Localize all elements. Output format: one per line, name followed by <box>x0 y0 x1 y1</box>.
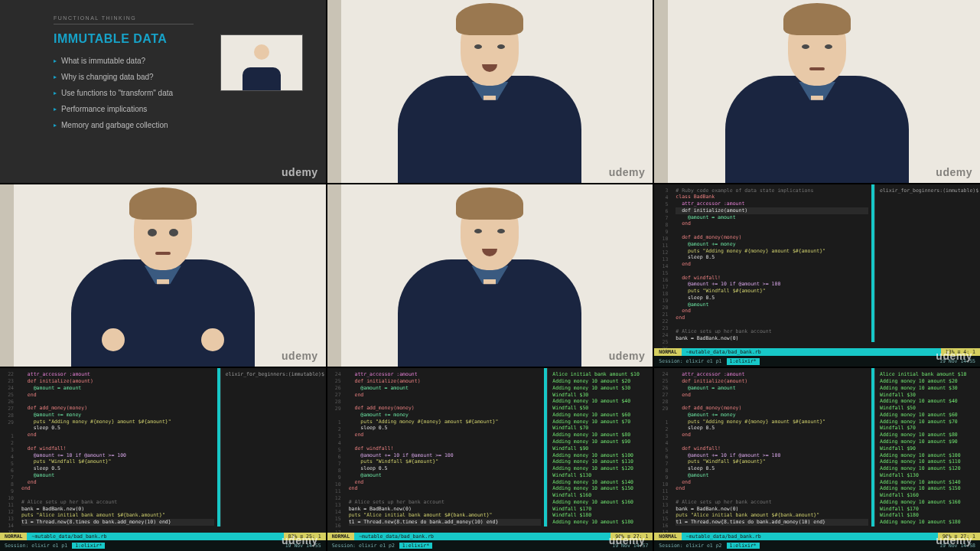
editor-split: 3456789101112131415161718192021222324252… <box>654 184 980 343</box>
terminal-pane: elixir_for_beginners:(immutable)$ <box>220 368 326 527</box>
gutter: 3456789101112131415161718192021222324252… <box>654 184 671 343</box>
gutter: 2425262728291234567891011121314151617 <box>327 368 344 527</box>
editor-split: 2223242526272829123456789101112131415 at… <box>0 368 326 527</box>
pip-head <box>254 44 269 60</box>
eye-right <box>497 229 505 233</box>
editor-split: 2425262728291234567891011121314151617 at… <box>654 368 980 527</box>
pip-body <box>243 67 281 90</box>
tmux-window: 1:elixir* <box>72 543 105 549</box>
watermark: udemy <box>936 534 972 546</box>
head <box>788 14 846 86</box>
mouth <box>809 67 825 70</box>
cell-slide: FUNCTIONAL THINKING IMMUTABLE DATA What … <box>0 0 326 183</box>
cell-webcam-1: udemy <box>327 0 653 183</box>
door <box>0 184 14 367</box>
tmux-bar: Session: elixir e1 p2 1:elixir* 19 Nov 1… <box>327 540 653 551</box>
mouth <box>482 249 497 256</box>
code-editor: 2425262728291234567891011121314151617 at… <box>654 368 980 551</box>
presenter <box>654 0 980 183</box>
cell-code-1: 3456789101112131415161718192021222324252… <box>654 184 980 367</box>
head <box>461 198 519 270</box>
tmux-window: 1:elixir* <box>727 543 760 549</box>
presenter <box>327 184 653 367</box>
presenter <box>0 184 326 367</box>
file-path: ~mutable_data/bad_bank.rb <box>27 533 111 540</box>
thumbnail-grid: FUNCTIONAL THINKING IMMUTABLE DATA What … <box>0 0 980 551</box>
door <box>654 0 668 183</box>
hair <box>129 187 197 220</box>
terminal-pane: elixir_for_beginners:(immutable)$ <box>874 184 980 343</box>
tmux-bar: Session: elixir e1 p1 1:elixir* 19 Nov 1… <box>0 540 326 551</box>
eye-left <box>802 44 809 49</box>
hand-right <box>201 328 224 351</box>
hair <box>783 3 851 35</box>
watermark: udemy <box>936 166 972 178</box>
vim-mode: NORMAL <box>654 533 681 540</box>
gutter: 2223242526272829123456789101112131415 <box>0 368 17 527</box>
eye-left <box>148 229 157 236</box>
code-editor: 2223242526272829123456789101112131415 at… <box>0 368 326 551</box>
gutter: 2425262728291234567891011121314151617 <box>654 368 671 527</box>
cell-code-2: 2223242526272829123456789101112131415 at… <box>0 368 326 551</box>
presenter <box>327 0 653 183</box>
eye-right <box>497 44 505 49</box>
vim-mode: NORMAL <box>654 348 681 356</box>
cell-webcam-4: udemy <box>327 184 653 367</box>
slide: FUNCTIONAL THINKING IMMUTABLE DATA What … <box>0 0 326 183</box>
tmux-session: Session: elixir e1 p1 <box>5 543 67 549</box>
statusline: NORMAL ~mutable_data/bad_bank.rb 90% ≡ 2… <box>327 533 653 540</box>
vim-mode: NORMAL <box>327 533 354 540</box>
cell-code-4: 2425262728291234567891011121314151617 at… <box>654 368 980 551</box>
picture-in-picture <box>220 34 303 91</box>
statusline: NORMAL ~mutable_data/bad_bank.rb 90% ≡ 2… <box>654 533 980 540</box>
code-editor: 3456789101112131415161718192021222324252… <box>654 184 980 367</box>
tmux-window: 1:elixir* <box>399 543 432 549</box>
prompt: elixir_for_beginners:(immutable)$ <box>226 371 324 377</box>
statusline: NORMAL ~mutable_data/bad_bank.rb 13% ≡ 4… <box>654 348 980 356</box>
watermark: udemy <box>282 350 318 362</box>
door <box>327 184 341 367</box>
eye-left <box>474 229 482 233</box>
eye-left <box>474 44 482 49</box>
mouth <box>155 252 171 255</box>
head <box>461 14 519 86</box>
hand-left <box>102 328 125 351</box>
body <box>71 259 255 367</box>
vim-mode: NORMAL <box>0 533 27 540</box>
statusline: NORMAL ~mutable_data/bad_bank.rb 83% ≡ 2… <box>0 533 326 540</box>
bullet-3: Performance implications <box>54 105 272 113</box>
eye-right <box>169 229 178 236</box>
cell-webcam-3: udemy <box>0 184 326 367</box>
watermark: udemy <box>282 534 318 546</box>
cell-webcam-2: udemy <box>654 0 980 183</box>
watermark: udemy <box>936 350 972 362</box>
code-body: attr_accessor :amount def initialize(amo… <box>17 368 220 527</box>
body <box>725 76 909 183</box>
tmux-bar: Session: elixir e1 p2 1:elixir* 19 Nov 1… <box>654 540 980 551</box>
output-pane: Alice initial bank amount $10 Adding mon… <box>547 368 653 527</box>
file-path: ~mutable_data/bad_bank.rb <box>354 533 438 540</box>
code-body: # Ruby code example of data state implic… <box>671 184 874 343</box>
tmux-window: 1:elixir* <box>727 358 760 365</box>
hair <box>456 3 523 35</box>
tmux-session: Session: elixir e1 p2 <box>659 543 721 549</box>
tmux-session: Session: elixir e1 p1 <box>659 358 721 365</box>
mouth <box>482 64 497 72</box>
body <box>398 259 581 367</box>
file-path: ~mutable_data/bad_bank.rb <box>682 349 766 356</box>
eye-right <box>825 44 832 49</box>
head <box>134 198 192 270</box>
watermark: udemy <box>609 534 646 546</box>
bullet-4: Memory and garbage collection <box>54 121 272 129</box>
hair <box>456 187 523 220</box>
slide-breadcrumb: FUNCTIONAL THINKING <box>54 15 194 24</box>
code-editor: 2425262728291234567891011121314151617 at… <box>327 368 653 551</box>
watermark: udemy <box>282 166 318 178</box>
watermark: udemy <box>609 166 646 178</box>
cell-code-3: 2425262728291234567891011121314151617 at… <box>327 368 653 551</box>
body <box>398 76 581 183</box>
code-body: attr_accessor :amount def initialize(amo… <box>671 368 874 527</box>
tmux-bar: Session: elixir e1 p1 1:elixir* 19 Nov 1… <box>654 356 980 367</box>
door <box>327 0 341 183</box>
file-path: ~mutable_data/bad_bank.rb <box>682 533 766 540</box>
